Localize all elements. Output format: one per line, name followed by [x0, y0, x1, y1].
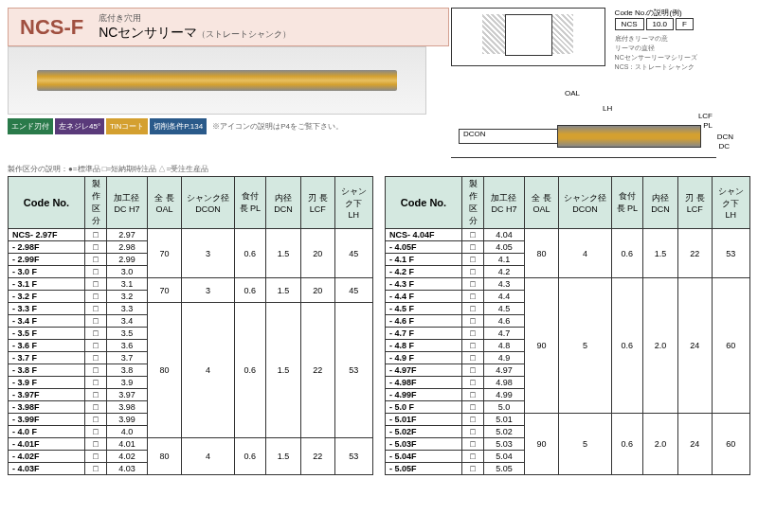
- col-code: Code No.: [386, 177, 462, 229]
- cell-lcf: 22: [301, 303, 335, 438]
- cell-mark: □: [85, 426, 107, 438]
- col-lcf: 刃 長 LCF: [678, 177, 713, 229]
- legend: 製作区分の説明：●=標準品 □=短納期特注品 △=受注生産品: [8, 164, 750, 174]
- cell-lcf: 22: [301, 438, 335, 475]
- cell-dcn: 2.0: [642, 414, 677, 475]
- cell-code: - 4.97F: [386, 364, 462, 377]
- cell-code: - 4.3 F: [386, 278, 462, 291]
- cell-dc: 5.03: [484, 438, 525, 451]
- cell-code: - 4.6 F: [386, 315, 462, 328]
- cell-dc: 3.3: [107, 303, 148, 315]
- cell-code: - 4.5 F: [386, 303, 462, 315]
- cell-dcon: 3: [182, 278, 234, 303]
- cell-mark: □: [462, 291, 484, 303]
- cell-dc: 4.4: [484, 291, 525, 303]
- cell-dc: 3.8: [107, 364, 148, 377]
- cell-code: - 4.1 F: [386, 254, 462, 266]
- cell-dc: 5.0: [484, 401, 525, 414]
- cell-code: - 5.03F: [386, 438, 462, 451]
- cell-dcn: 1.5: [265, 303, 300, 438]
- cell-oal: 90: [524, 278, 559, 414]
- col-dcn: 内径 DCN: [265, 177, 300, 229]
- cell-code: - 4.0 F: [9, 426, 85, 438]
- cell-dc: 3.9: [107, 377, 148, 389]
- col-lh: シャンク下 LH: [712, 177, 749, 229]
- cell-mark: □: [85, 352, 107, 364]
- cell-code: - 3.2 F: [9, 291, 85, 303]
- cell-dc: 4.97: [484, 364, 525, 377]
- cell-lcf: 20: [301, 278, 335, 303]
- table-row: NCS- 4.04F □ 4.0480 4 0.6 1.5 22 53: [386, 229, 750, 241]
- cell-dc: 3.97: [107, 389, 148, 401]
- cell-lcf: 24: [678, 414, 713, 475]
- cell-code: - 5.05F: [386, 463, 462, 475]
- cell-dcon: 5: [559, 414, 611, 475]
- badge-cond: 切削条件P.134: [150, 118, 207, 134]
- spec-table-2: Code No. 製作区分 加工径 DC H7 全 長 OAL シャンク径 DC…: [385, 176, 750, 475]
- col-seizo: 製作区分: [462, 177, 484, 229]
- cell-pl: 0.6: [611, 414, 642, 475]
- cell-code: - 3.0 F: [9, 266, 85, 278]
- cell-dcn: 1.5: [642, 229, 677, 278]
- subtitle: 底付き穴用: [99, 12, 291, 25]
- cell-lcf: 24: [678, 278, 713, 414]
- cell-code: - 3.9 F: [9, 377, 85, 389]
- cell-dc: 3.7: [107, 352, 148, 364]
- cell-dc: 4.2: [484, 266, 525, 278]
- col-dcon: シャンク径 DCON: [182, 177, 234, 229]
- cell-pl: 0.6: [611, 229, 642, 278]
- technical-drawing: DCON OAL LH LCF PL DCN DC: [451, 81, 716, 158]
- table-row: - 4.3 F □ 4.390 5 0.6 2.0 24 60: [386, 278, 750, 291]
- col-seizo: 製作区分: [85, 177, 107, 229]
- cell-mark: □: [462, 414, 484, 426]
- cell-dc: 5.05: [484, 463, 525, 475]
- cell-dc: 4.8: [484, 340, 525, 352]
- cell-oal: 70: [147, 278, 182, 303]
- cell-dc: 3.5: [107, 328, 148, 340]
- cell-mark: □: [462, 241, 484, 254]
- cell-dc: 4.03: [107, 463, 148, 475]
- badge-end: エンド刃付: [8, 118, 53, 134]
- cell-dc: 3.99: [107, 414, 148, 426]
- title-block: NCS-F 底付き穴用 NCセンサリーマ（ストレートシャンク）: [8, 8, 449, 46]
- cell-pl: 0.6: [234, 303, 265, 438]
- cell-mark: □: [85, 377, 107, 389]
- cell-dc: 3.98: [107, 401, 148, 414]
- cell-mark: □: [462, 364, 484, 377]
- cell-dc: 4.7: [484, 328, 525, 340]
- cell-dc: 3.4: [107, 315, 148, 328]
- cell-dc: 4.1: [484, 254, 525, 266]
- cell-mark: □: [462, 377, 484, 389]
- badge-tin: TiNコート: [106, 118, 148, 134]
- cell-lh: 45: [334, 229, 372, 278]
- cell-code: - 3.98F: [9, 401, 85, 414]
- cell-lh: 53: [334, 303, 372, 438]
- cell-code: - 5.02F: [386, 426, 462, 438]
- cell-mark: □: [85, 291, 107, 303]
- col-lh: シャンク下 LH: [334, 177, 372, 229]
- col-dcn: 内径 DCN: [642, 177, 677, 229]
- cell-oal: 90: [524, 414, 559, 475]
- table-row: - 3.1 F □ 3.170 3 0.6 1.5 20 45: [9, 278, 373, 291]
- cell-mark: □: [462, 352, 484, 364]
- cell-dc: 4.9: [484, 352, 525, 364]
- cell-mark: □: [85, 463, 107, 475]
- cell-code: - 3.5 F: [9, 328, 85, 340]
- cell-dcn: 2.0: [642, 278, 677, 414]
- col-dcon: シャンク径 DCON: [559, 177, 611, 229]
- cell-mark: □: [462, 401, 484, 414]
- cell-dc: 4.01: [107, 438, 148, 451]
- table-row: NCS- 2.97F □ 2.9770 3 0.6 1.5 20 45: [9, 229, 373, 241]
- cell-pl: 0.6: [234, 278, 265, 303]
- cell-dcon: 4: [182, 438, 234, 475]
- cell-code: - 4.02F: [9, 451, 85, 463]
- cell-mark: □: [85, 229, 107, 241]
- code-example: NCS 10.0 F: [615, 18, 716, 30]
- product-code: NCS-F: [20, 15, 83, 40]
- cell-code: - 2.98F: [9, 241, 85, 254]
- cell-lh: 45: [334, 278, 372, 303]
- cell-lh: 60: [712, 278, 749, 414]
- cell-mark: □: [462, 328, 484, 340]
- product-image: [8, 46, 426, 115]
- cell-code: - 2.99F: [9, 254, 85, 266]
